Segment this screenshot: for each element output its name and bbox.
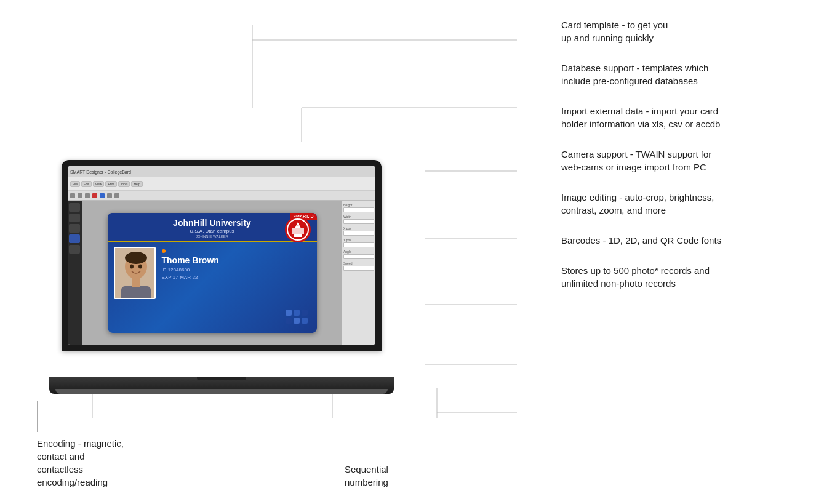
panel-input-y[interactable] — [343, 242, 374, 247]
encoding-vertical-line — [37, 401, 38, 432]
toolbar-btn-4[interactable]: Print — [105, 181, 116, 187]
card-id-text: JOHNNIE WALKER — [114, 234, 311, 238]
app-right-panel: Height Width X pos — [342, 201, 375, 345]
id-card: SMART.ID JohnHill University U.S.A. Utah… — [108, 213, 317, 333]
app-body: SMART.ID JohnHill University U.S.A. Utah… — [68, 201, 375, 345]
tool-icon-3[interactable] — [85, 193, 90, 198]
card-holder-name: Thome Brown — [162, 255, 311, 265]
features-list: Card template - to get youup and running… — [561, 18, 795, 307]
svg-point-23 — [130, 264, 134, 268]
panel-input-speed[interactable] — [343, 266, 374, 271]
app-main-canvas: SMART.ID JohnHill University U.S.A. Utah… — [82, 201, 342, 345]
toolbar-btn-1[interactable]: File — [70, 181, 80, 187]
sidebar-icon-5[interactable] — [69, 245, 80, 254]
app-titlebar: SMART Designer - CollegeBard — [68, 166, 375, 177]
card-info: Thome Brown ID 12348600 EXP 17-MAR-22 — [162, 247, 311, 280]
card-photo — [114, 247, 156, 299]
panel-label-x: X pos — [343, 226, 374, 230]
feature-text-barcodes: Barcodes - 1D, 2D, and QR Code fonts — [561, 234, 721, 247]
panel-input-x[interactable] — [343, 231, 374, 236]
svg-point-20 — [125, 252, 147, 264]
feature-item-stores: Stores up to 500 photo* records andunlim… — [561, 264, 795, 290]
panel-input-height[interactable] — [343, 207, 374, 212]
toolbar-btn-2[interactable]: Edit — [81, 181, 92, 187]
feature-text-image-editing: Image editing - auto-crop, brightness,co… — [561, 191, 714, 217]
svg-point-24 — [138, 264, 142, 268]
tool-icon-2[interactable] — [78, 193, 82, 198]
feature-text-database: Database support - templates whichinclud… — [561, 62, 708, 87]
app-ui: SMART Designer - CollegeBard File Edit V… — [68, 166, 375, 345]
encoding-label-group: Encoding - magnetic, contact andcontactl… — [37, 401, 148, 489]
tool-icon-5[interactable] — [114, 193, 119, 198]
svg-rect-15 — [294, 234, 302, 237]
card-logo-circle: U — [287, 218, 309, 241]
panel-input-width[interactable] — [343, 219, 374, 224]
feature-item-card-template: Card template - to get youup and running… — [561, 18, 795, 44]
toolbar-btn-3[interactable]: View — [93, 181, 105, 187]
laptop-screen-inner: SMART Designer - CollegeBard File Edit V… — [68, 166, 375, 345]
card-exp: EXP 17-MAR-22 — [162, 274, 311, 280]
feature-item-database: Database support - templates whichinclud… — [561, 62, 795, 87]
panel-label-angle: Angle — [343, 250, 374, 254]
sidebar-icon-1[interactable] — [69, 203, 80, 212]
panel-label-speed: Speed — [343, 262, 374, 265]
feature-text-import: Import external data - import your cardh… — [561, 105, 720, 130]
feature-item-import: Import external data - import your cardh… — [561, 105, 795, 130]
sidebar-icon-4[interactable] — [69, 234, 80, 243]
sidebar-icon-3[interactable] — [69, 224, 80, 233]
laptop-base — [49, 377, 394, 394]
card-university-name: JohnHill University — [114, 218, 311, 228]
card-body: Thome Brown ID 12348600 EXP 17-MAR-22 — [108, 242, 317, 304]
card-logo: U — [285, 217, 311, 242]
panel-label-y: Y pos — [343, 238, 374, 242]
panel-item-1: Height — [343, 203, 374, 212]
svg-text:U: U — [297, 224, 298, 227]
laptop-screen-outer: SMART Designer - CollegeBard File Edit V… — [62, 160, 382, 351]
sequential-label-group: Sequentialnumbering — [345, 427, 388, 489]
person-photo — [115, 248, 156, 299]
panel-item-4: Y pos — [343, 238, 374, 247]
toolbar-btn-5[interactable]: Tools — [118, 181, 130, 187]
sequential-vertical-line — [345, 427, 345, 458]
panel-item-6: Speed — [343, 262, 374, 271]
laptop-base-bottom — [55, 389, 388, 394]
feature-item-camera: Camera support - TWAIN support forweb-ca… — [561, 148, 795, 174]
tool-icon-1[interactable] — [70, 193, 75, 198]
tool-icon-red[interactable] — [92, 193, 97, 198]
svg-rect-21 — [121, 286, 151, 299]
card-campus: U.S.A. Utah campus — [114, 228, 311, 234]
feature-text-camera: Camera support - TWAIN support forweb-ca… — [561, 148, 711, 174]
svg-rect-14 — [292, 228, 304, 234]
bottom-labels-container: Encoding - magnetic, contact andcontactl… — [37, 401, 474, 489]
svg-rect-22 — [132, 278, 140, 287]
sidebar-icon-2[interactable] — [69, 214, 80, 222]
app-toolbar: File Edit View Print Tools Help — [68, 177, 375, 191]
feature-text-stores: Stores up to 500 photo* records andunlim… — [561, 264, 710, 290]
page-container: SMART Designer - CollegeBard File Edit V… — [0, 0, 832, 504]
app-title: SMART Designer - CollegeBard — [70, 170, 131, 174]
decorative-squares — [286, 310, 308, 324]
feature-item-image-editing: Image editing - auto-crop, brightness,co… — [561, 191, 795, 217]
card-id-number: ID 12348600 — [162, 267, 311, 273]
panel-input-angle[interactable] — [343, 254, 374, 259]
tool-icon-blue[interactable] — [100, 193, 105, 198]
laptop-hinge — [197, 377, 246, 380]
app-secondary-toolbar — [68, 191, 375, 201]
panel-label-height: Height — [343, 203, 374, 207]
feature-item-barcodes: Barcodes - 1D, 2D, and QR Code fonts — [561, 234, 795, 247]
feature-text-card-template: Card template - to get youup and running… — [561, 18, 668, 44]
status-dot — [162, 249, 166, 253]
canvas-area: SMART.ID JohnHill University U.S.A. Utah… — [82, 201, 342, 345]
toolbar-btn-6[interactable]: Help — [131, 181, 142, 187]
capitol-icon: U — [289, 220, 307, 239]
panel-label-width: Width — [343, 215, 374, 218]
laptop: SMART Designer - CollegeBard File Edit V… — [49, 160, 394, 394]
panel-item-2: Width — [343, 215, 374, 224]
panel-item-3: X pos — [343, 226, 374, 236]
sequential-label-text: Sequentialnumbering — [345, 463, 388, 489]
tool-icon-4[interactable] — [107, 193, 112, 198]
app-sidebar — [68, 201, 82, 345]
panel-item-5: Angle — [343, 250, 374, 259]
encoding-label-text: Encoding - magnetic, contact andcontactl… — [37, 437, 148, 489]
